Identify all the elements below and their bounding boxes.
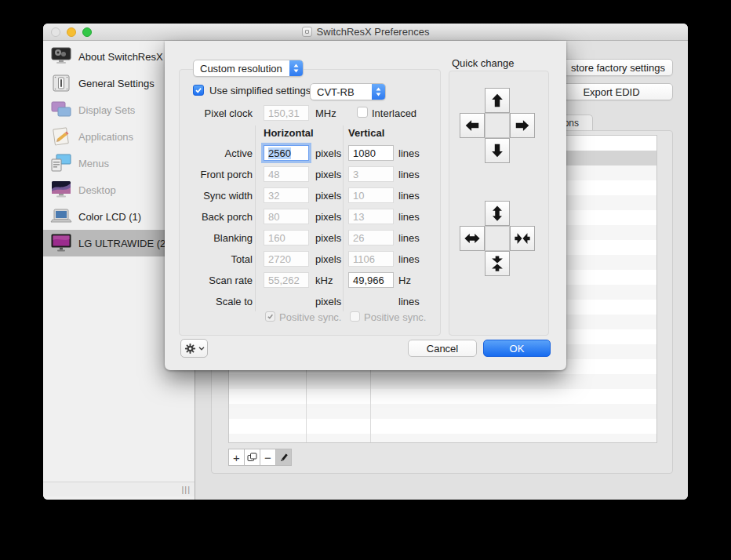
arrow-right-icon bbox=[514, 117, 531, 134]
expand-vertical-button[interactable] bbox=[485, 201, 510, 226]
titlebar[interactable]: SwitchResX Preferences bbox=[43, 24, 688, 41]
table-row[interactable] bbox=[229, 434, 656, 443]
restore-factory-settings-label: store factory settings bbox=[571, 62, 665, 74]
row-unit: lines bbox=[398, 190, 420, 202]
active-v-field[interactable]: 1080 bbox=[348, 145, 394, 161]
cancel-button[interactable]: Cancel bbox=[408, 340, 477, 357]
quick-change-label: Quick change bbox=[452, 57, 515, 69]
positive-sync-h-checkbox[interactable] bbox=[265, 311, 275, 322]
minimize-button[interactable] bbox=[67, 27, 76, 37]
back-porch-v-field[interactable]: 13 bbox=[348, 209, 394, 224]
custom-resolution-sheet: Custom resolution Use simplified setting… bbox=[165, 41, 566, 370]
add-resolution-button[interactable]: + bbox=[228, 449, 245, 466]
expand-horizontal-button[interactable] bbox=[460, 226, 485, 251]
blanking-v-field[interactable]: 26 bbox=[348, 230, 394, 245]
positive-sync-v-checkbox[interactable] bbox=[350, 311, 360, 322]
row-unit: lines bbox=[398, 211, 420, 223]
scan-rate-h-field[interactable]: 55,262 bbox=[264, 272, 309, 288]
checkmark-icon bbox=[267, 313, 274, 320]
use-simplified-checkbox[interactable] bbox=[193, 85, 204, 96]
row-unit: kHz bbox=[315, 275, 333, 286]
popup-arrows-icon bbox=[289, 60, 303, 76]
scan-rate-v-field[interactable]: 49,966 bbox=[348, 272, 394, 288]
row-unit: pixels bbox=[315, 169, 341, 180]
plus-icon: + bbox=[233, 451, 240, 464]
quick-change-center-cell bbox=[485, 113, 510, 138]
duplicate-resolution-button[interactable] bbox=[244, 449, 260, 466]
preset-popup[interactable]: Custom resolution bbox=[193, 60, 304, 77]
total-v-field[interactable]: 1106 bbox=[348, 251, 394, 267]
sync-width-v-field[interactable]: 10 bbox=[348, 187, 394, 203]
row-unit: pixels bbox=[315, 147, 341, 159]
timing-standard-value: CVT-RB bbox=[311, 84, 372, 100]
laptop-icon bbox=[49, 205, 73, 227]
row-unit: lines bbox=[398, 147, 420, 159]
front-porch-h-field[interactable]: 48 bbox=[264, 166, 309, 182]
table-row[interactable] bbox=[229, 389, 656, 404]
grow-height-up-button[interactable] bbox=[485, 88, 510, 113]
grow-height-down-button[interactable] bbox=[485, 138, 510, 163]
table-row[interactable] bbox=[229, 374, 656, 389]
timing-standard-popup[interactable]: CVT-RB bbox=[310, 83, 386, 100]
row-label: Blanking bbox=[165, 232, 253, 244]
collapse-vertical-button[interactable] bbox=[485, 251, 510, 276]
cancel-label: Cancel bbox=[427, 343, 458, 355]
sidebar-horizontal-scrollbar[interactable]: ||| bbox=[43, 482, 195, 496]
positive-sync-h-label: Positive sync. bbox=[279, 311, 341, 323]
front-porch-v-field[interactable]: 3 bbox=[348, 166, 394, 182]
sidebar-item-label: About SwitchResX bbox=[78, 51, 163, 63]
window-title: SwitchResX Preferences bbox=[317, 26, 430, 38]
arrow-down-icon bbox=[489, 142, 506, 159]
arrow-up-icon bbox=[489, 92, 506, 109]
export-edid-button[interactable]: Export EDID bbox=[550, 83, 673, 100]
desktop-background: SwitchResX Preferences About SwitchResX … bbox=[0, 0, 731, 560]
active-h-field[interactable]: 2560 bbox=[264, 145, 309, 161]
row-unit: lines bbox=[398, 253, 420, 265]
scrollbar-grip-icon[interactable]: ||| bbox=[181, 485, 191, 494]
table-row[interactable] bbox=[229, 404, 656, 419]
minus-icon: − bbox=[264, 451, 271, 464]
ok-label: OK bbox=[510, 343, 525, 355]
edit-resolution-button[interactable] bbox=[275, 449, 292, 466]
remove-resolution-button[interactable]: − bbox=[260, 449, 276, 466]
collapse-horizontal-button[interactable] bbox=[510, 226, 535, 251]
grow-width-left-button[interactable] bbox=[460, 113, 485, 138]
ok-button[interactable]: OK bbox=[483, 340, 551, 357]
resolution-toolbar: + − bbox=[228, 449, 291, 466]
ultrawide-monitor-icon bbox=[49, 232, 73, 254]
row-label: Active bbox=[165, 147, 253, 159]
row-unit: pixels bbox=[315, 232, 341, 244]
expand-vertical-icon bbox=[489, 205, 506, 222]
switch-icon bbox=[49, 72, 73, 94]
window-title-group: SwitchResX Preferences bbox=[302, 26, 430, 38]
pixel-clock-label: Pixel clock bbox=[165, 107, 253, 119]
arrow-left-icon bbox=[464, 117, 481, 134]
sync-width-h-field[interactable]: 32 bbox=[264, 187, 309, 203]
row-unit: pixels bbox=[315, 190, 341, 202]
collapse-vertical-icon bbox=[489, 255, 506, 272]
preset-popup-value: Custom resolution bbox=[194, 60, 289, 76]
gear-icon bbox=[184, 343, 196, 355]
proxy-document-icon bbox=[302, 27, 312, 37]
back-porch-h-field[interactable]: 80 bbox=[264, 209, 309, 224]
zoom-button[interactable] bbox=[82, 27, 92, 37]
restore-factory-settings-button[interactable]: store factory settings bbox=[550, 59, 673, 76]
switchresx-window: SwitchResX Preferences About SwitchResX … bbox=[43, 24, 688, 500]
popup-arrows-icon bbox=[372, 84, 385, 100]
interlaced-checkbox[interactable] bbox=[357, 107, 368, 118]
applications-icon bbox=[49, 125, 73, 147]
pixel-clock-field[interactable]: 150,31 bbox=[264, 105, 309, 121]
table-row[interactable] bbox=[229, 419, 656, 434]
row-label: Scale to bbox=[165, 296, 253, 307]
row-unit: lines bbox=[398, 232, 420, 244]
sidebar-item-label: Applications bbox=[78, 131, 133, 143]
row-unit: pixels bbox=[315, 253, 341, 265]
close-button[interactable] bbox=[51, 27, 60, 37]
checkmark-icon bbox=[195, 86, 202, 94]
blanking-h-field[interactable]: 160 bbox=[264, 230, 309, 245]
grow-width-right-button[interactable] bbox=[510, 113, 535, 138]
action-menu-button[interactable] bbox=[180, 339, 208, 358]
total-h-field[interactable]: 2720 bbox=[264, 251, 309, 267]
column-divider bbox=[255, 125, 256, 311]
positive-sync-v-label: Positive sync. bbox=[364, 311, 426, 323]
